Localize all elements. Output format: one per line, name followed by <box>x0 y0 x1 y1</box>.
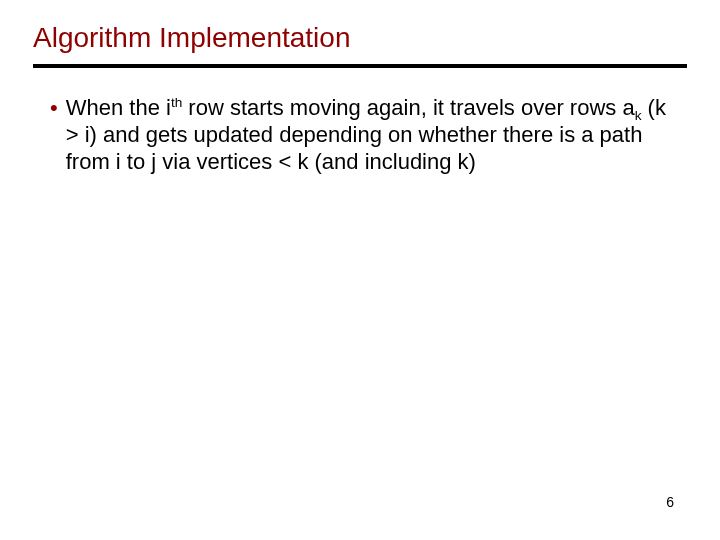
bullet-text: When the ith row starts moving again, it… <box>66 94 670 175</box>
bullet-mark-icon: • <box>50 94 58 121</box>
bullet-text-pre: When the i <box>66 95 171 120</box>
bullet-sup-th: th <box>171 95 182 110</box>
bullet-item: • When the ith row starts moving again, … <box>50 94 670 175</box>
slide-title: Algorithm Implementation <box>33 22 720 54</box>
slide: Algorithm Implementation • When the ith … <box>0 0 720 540</box>
body-block: • When the ith row starts moving again, … <box>0 68 720 175</box>
bullet-text-mid: row starts moving again, it travels over… <box>182 95 634 120</box>
page-number: 6 <box>666 494 674 510</box>
title-block: Algorithm Implementation <box>0 0 720 54</box>
